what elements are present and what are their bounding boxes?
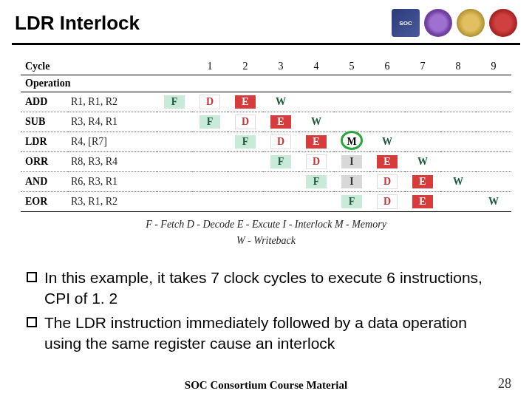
operands-cell: R4, [R7]	[68, 132, 157, 152]
stage-cell: D	[192, 92, 228, 112]
stage-cell	[405, 132, 440, 152]
cycle-col-0	[157, 58, 192, 75]
logo-red	[489, 9, 517, 37]
logo-purple	[424, 9, 452, 37]
cycle-col-3: 3	[263, 58, 299, 75]
pipeline-legend: F - Fetch D - Decode E - Excute I - Inte…	[21, 216, 511, 250]
stage-cell: W	[263, 92, 299, 112]
stage-cell: W	[476, 192, 511, 212]
stage-cell	[440, 152, 476, 172]
stage-cell: E	[405, 192, 440, 212]
cycle-col-6: 6	[369, 58, 405, 75]
title-rule	[12, 43, 520, 45]
stage-cell: D	[228, 112, 263, 132]
operands-cell: R1, R1, R2	[68, 92, 157, 112]
stage-cell	[157, 132, 192, 152]
stage-cell: E	[228, 92, 263, 112]
stage-cell	[192, 172, 228, 192]
logo-row: SOC	[392, 9, 517, 37]
stage-cell: D	[299, 152, 334, 172]
bullet-list: In this example, it takes 7 clock cycles…	[27, 267, 505, 354]
stage-cell: F	[157, 92, 192, 112]
stage-cell	[299, 192, 334, 212]
stage-cell	[476, 132, 511, 152]
stage-cell	[263, 192, 299, 212]
stage-cell	[228, 152, 263, 172]
slide-title: LDR Interlock	[15, 12, 140, 35]
operands-cell: R3, R1, R2	[68, 192, 157, 212]
stage-cell: F	[263, 152, 299, 172]
stage-cell	[476, 152, 511, 172]
stage-cell	[440, 132, 476, 152]
legend-line-2: W - Writeback	[21, 233, 511, 249]
instr-cell: ORR	[21, 152, 68, 172]
stage-cell	[192, 152, 228, 172]
instr-cell: SUB	[21, 112, 68, 132]
stage-cell: F	[228, 132, 263, 152]
logo-soc: SOC	[392, 9, 420, 37]
instr-cell: LDR	[21, 132, 68, 152]
stage-cell: E	[405, 172, 440, 192]
bullet-item: The LDR instruction immediately followed…	[27, 313, 505, 353]
stage-cell: M	[334, 132, 369, 152]
page-number: 28	[498, 376, 511, 392]
stage-cell: D	[369, 192, 405, 212]
operands-cell: R3, R4, R1	[68, 112, 157, 132]
stage-cell: W	[299, 112, 334, 132]
stage-cell	[369, 92, 405, 112]
bullet-text: The LDR instruction immediately followed…	[44, 313, 505, 353]
legend-line-1: F - Fetch D - Decode E - Excute I - Inte…	[21, 216, 511, 233]
cycle-col-2: 2	[228, 58, 263, 75]
stage-cell	[157, 112, 192, 132]
cycle-col-5: 5	[334, 58, 369, 75]
header-cycle-label: Cycle	[21, 58, 157, 75]
stage-cell	[476, 112, 511, 132]
operands-cell: R6, R3, R1	[68, 172, 157, 192]
stage-cell: W	[405, 152, 440, 172]
cycle-col-4: 4	[299, 58, 334, 75]
stage-cell: E	[263, 112, 299, 132]
stage-cell	[440, 192, 476, 212]
stage-cell	[299, 92, 334, 112]
stage-cell: F	[192, 112, 228, 132]
cycle-col-1: 1	[192, 58, 228, 75]
stage-cell: W	[369, 132, 405, 152]
header-operation-label: Operation	[21, 75, 157, 92]
stage-cell: E	[369, 152, 405, 172]
stage-cell	[440, 112, 476, 132]
stage-cell	[369, 112, 405, 132]
pipeline-diagram: Cycle123456789OperationADDR1, R1, R2FDEW…	[21, 58, 511, 250]
bullet-item: In this example, it takes 7 clock cycles…	[27, 267, 505, 308]
stage-cell	[476, 172, 511, 192]
cycle-col-7: 7	[405, 58, 440, 75]
cycle-col-8: 8	[440, 58, 476, 75]
bullet-box-icon	[27, 317, 37, 327]
stage-cell: W	[440, 172, 476, 192]
stage-cell	[405, 112, 440, 132]
logo-gold	[457, 9, 485, 37]
stage-cell	[405, 92, 440, 112]
stage-cell	[192, 132, 228, 152]
footer-text: SOC Consortium Course Material	[0, 379, 532, 392]
stage-cell	[334, 92, 369, 112]
stage-cell: F	[299, 172, 334, 192]
stage-cell: I	[334, 152, 369, 172]
stage-cell	[476, 92, 511, 112]
stage-cell	[192, 192, 228, 212]
cycle-col-9: 9	[476, 58, 511, 75]
instr-cell: AND	[21, 172, 68, 192]
bullet-box-icon	[27, 272, 37, 282]
stage-cell	[228, 192, 263, 212]
stage-cell: E	[299, 132, 334, 152]
bullet-text: In this example, it takes 7 clock cycles…	[44, 267, 505, 308]
stage-cell	[157, 152, 192, 172]
stage-cell	[440, 92, 476, 112]
stage-cell: I	[334, 172, 369, 192]
stage-cell	[228, 172, 263, 192]
stage-cell	[263, 172, 299, 192]
stage-cell: D	[263, 132, 299, 152]
stage-cell	[334, 112, 369, 132]
stage-cell	[157, 172, 192, 192]
instr-cell: EOR	[21, 192, 68, 212]
stage-cell: F	[334, 192, 369, 212]
